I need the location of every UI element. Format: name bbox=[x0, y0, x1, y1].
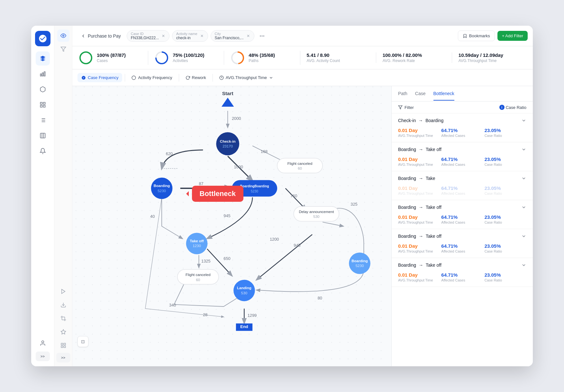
toolbar-rework-label: Rework bbox=[192, 75, 206, 80]
arrow-3: → bbox=[419, 205, 423, 210]
arrow-1: → bbox=[419, 147, 423, 152]
sidebar-item-alert[interactable] bbox=[36, 144, 50, 158]
more-filters-button[interactable] bbox=[257, 31, 267, 41]
zoom-fit-button[interactable]: ⊡ bbox=[77, 336, 88, 347]
chip-value-case-id: FN338,GH222... bbox=[131, 36, 159, 40]
sidebar-item-process[interactable] bbox=[36, 51, 50, 66]
right-panel-tabs: Path Case Bottleneck bbox=[392, 86, 533, 102]
second-sidebar-filter[interactable] bbox=[57, 43, 69, 55]
svg-text:Flight canceled: Flight canceled bbox=[186, 273, 211, 277]
metric-value-2-0: 0.01 Day bbox=[398, 185, 440, 191]
add-filter-button[interactable]: + Add Filter bbox=[497, 31, 528, 41]
avg-activity-text: 5.41 / 8.90 AVG. Activity Count bbox=[307, 52, 340, 63]
chip-close-case-id[interactable]: ✕ bbox=[161, 33, 166, 39]
metric-value-3-0: 0.01 Day bbox=[398, 214, 440, 220]
bottleneck-header-2[interactable]: Boarding → Take bbox=[392, 171, 533, 184]
metric-4-0: 0.01 Day AVG.Throughput Time bbox=[398, 243, 440, 253]
svg-text:Boarding: Boarding bbox=[154, 184, 170, 188]
svg-rect-1 bbox=[42, 73, 43, 76]
bookmarks-button[interactable]: Bookmarks bbox=[458, 31, 495, 41]
bottleneck-header-0[interactable]: Check-in → Boarding bbox=[392, 113, 533, 126]
sidebar-item-cube[interactable] bbox=[36, 82, 50, 96]
metric-value-2-1: 64.71% bbox=[441, 185, 483, 191]
chip-value-activity: check-in bbox=[176, 36, 197, 40]
bottleneck-header-1[interactable]: Boarding → Take off bbox=[392, 142, 533, 155]
svg-rect-24 bbox=[61, 346, 63, 348]
second-sidebar-star[interactable] bbox=[57, 326, 69, 338]
tab-bottleneck[interactable]: Bottleneck bbox=[433, 87, 454, 101]
metric-3-1: 64.71% Affected Cases bbox=[441, 214, 483, 224]
svg-marker-21 bbox=[61, 330, 66, 334]
content-area: 2000 620 1000 168 87 40 bbox=[72, 86, 533, 366]
filter-chip-activity[interactable]: Activity name check-in ✕ bbox=[172, 30, 208, 42]
arrow-4: → bbox=[419, 234, 423, 239]
title-to-0: Boarding bbox=[425, 118, 443, 123]
tab-case-label: Case bbox=[415, 91, 426, 96]
svg-text:650: 650 bbox=[223, 256, 230, 261]
svg-point-27 bbox=[261, 35, 262, 36]
boarding-left-node[interactable] bbox=[151, 178, 173, 199]
boarding-center-node[interactable] bbox=[232, 180, 277, 196]
sidebar-expand-button[interactable]: >> bbox=[36, 352, 50, 361]
svg-text:Boarding: Boarding bbox=[351, 259, 368, 263]
landing-node[interactable] bbox=[233, 280, 255, 301]
left-sidebar: >> bbox=[31, 26, 54, 366]
second-sidebar-grid[interactable] bbox=[57, 339, 69, 352]
toolbar-case-frequency[interactable]: Case Frequency bbox=[77, 73, 122, 82]
svg-rect-39 bbox=[75, 86, 389, 366]
svg-text:168: 168 bbox=[261, 149, 268, 154]
second-sidebar-expand[interactable]: >> bbox=[56, 353, 70, 362]
tab-case[interactable]: Case bbox=[415, 87, 426, 101]
svg-text:5230: 5230 bbox=[251, 190, 258, 193]
chip-close-city[interactable]: ✕ bbox=[246, 33, 251, 39]
svg-text:340: 340 bbox=[169, 303, 176, 307]
sidebar-item-list[interactable] bbox=[36, 113, 50, 127]
app-container: >> >> bbox=[31, 26, 533, 366]
second-sidebar-eye[interactable] bbox=[57, 30, 69, 42]
toolbar-activity-frequency[interactable]: Activity Frequency bbox=[128, 73, 176, 82]
boarding-right-node[interactable] bbox=[349, 253, 370, 274]
bottleneck-metrics-4: 0.01 Day AVG.Throughput Time 64.71% Affe… bbox=[392, 242, 533, 258]
back-button[interactable]: Purchase to Pay bbox=[77, 31, 124, 40]
top-bar-right: Bookmarks + Add Filter bbox=[458, 31, 528, 41]
second-sidebar-crop[interactable] bbox=[57, 312, 69, 325]
process-map[interactable]: 2000 620 1000 168 87 40 bbox=[72, 86, 391, 366]
delay-node[interactable] bbox=[294, 206, 339, 221]
bottleneck-section-2: Boarding → Take 0.01 Day AVG.Throughput … bbox=[392, 171, 533, 200]
filter-text: Filter bbox=[405, 105, 414, 110]
svg-text:1299: 1299 bbox=[248, 313, 257, 318]
toolbar-rework[interactable]: Rework bbox=[182, 73, 210, 82]
bottleneck-header-3[interactable]: Boarding → Take off bbox=[392, 200, 533, 213]
filter-chip-city[interactable]: City San Francisco,... ✕ bbox=[211, 30, 254, 42]
panel-content[interactable]: Check-in → Boarding 0.01 Day AVG.Through… bbox=[392, 113, 533, 366]
svg-point-36 bbox=[132, 76, 136, 80]
second-sidebar-play[interactable] bbox=[57, 285, 69, 298]
svg-text:Delay announcement: Delay announcement bbox=[299, 210, 334, 214]
flight-cancelled-bottom-node[interactable] bbox=[177, 270, 219, 284]
toolbar-avg-throughput[interactable]: AVG.Throughput Time bbox=[215, 73, 277, 82]
main-content: Purchase to Pay Case ID FN338,GH222... ✕… bbox=[72, 26, 533, 366]
tab-path[interactable]: Path bbox=[398, 87, 407, 101]
sidebar-item-columns[interactable] bbox=[36, 129, 50, 143]
filter-chip-case-id[interactable]: Case ID FN338,GH222... ✕ bbox=[127, 30, 169, 42]
logo bbox=[35, 31, 50, 46]
svg-text:325: 325 bbox=[350, 202, 357, 207]
takeoff-node[interactable] bbox=[186, 233, 208, 254]
svg-rect-2 bbox=[44, 72, 45, 76]
svg-marker-89 bbox=[398, 106, 402, 109]
metric-label-3-0: AVG.Throughput Time bbox=[398, 220, 440, 224]
flight-cancelled-top-node[interactable] bbox=[277, 158, 323, 173]
svg-point-30 bbox=[80, 52, 92, 64]
svg-rect-23 bbox=[64, 343, 65, 345]
bottleneck-header-5[interactable]: Boarding → Take off bbox=[392, 258, 533, 271]
bottleneck-title-1: Boarding → Take off bbox=[398, 147, 441, 152]
sidebar-item-user[interactable] bbox=[36, 336, 50, 350]
sidebar-item-grid[interactable] bbox=[36, 98, 50, 112]
sidebar-item-chart[interactable] bbox=[36, 67, 50, 81]
chip-close-activity[interactable]: ✕ bbox=[199, 33, 205, 39]
checkin-node[interactable] bbox=[216, 132, 239, 156]
metric-1-2: 23.05% Case Ratio bbox=[485, 156, 526, 166]
bottleneck-header-4[interactable]: Boarding → Take off bbox=[392, 229, 533, 242]
second-sidebar-download[interactable] bbox=[57, 299, 69, 311]
svg-text:1200: 1200 bbox=[270, 237, 279, 242]
